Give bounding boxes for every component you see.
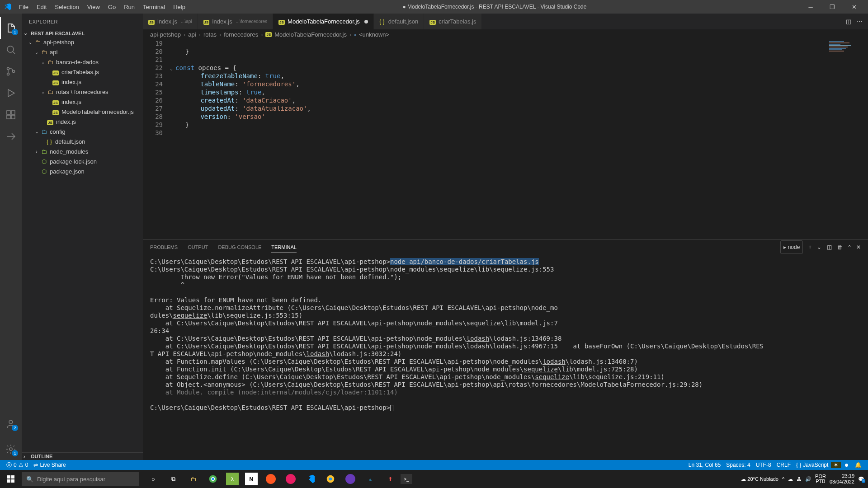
file-explorer-icon[interactable]: 🗀 bbox=[184, 470, 203, 488]
terminal-selector[interactable]: ▸node bbox=[780, 240, 803, 254]
status-spaces[interactable]: Spaces: 4 bbox=[723, 462, 753, 468]
liveshare-icon[interactable] bbox=[0, 126, 22, 147]
status-errors[interactable]: ⓧ0⚠0 bbox=[4, 461, 31, 469]
maximize-panel-icon[interactable]: ^ bbox=[848, 241, 851, 253]
app-icon-4[interactable] bbox=[341, 470, 360, 488]
menu-run[interactable]: Run bbox=[120, 2, 138, 12]
tab-criartabelas[interactable]: JScriarTabelas.js bbox=[424, 14, 482, 29]
task-view-icon[interactable]: ⧉ bbox=[164, 470, 183, 488]
app-icon-2[interactable] bbox=[261, 470, 280, 488]
status-bell-icon[interactable]: 🔔 bbox=[852, 462, 864, 468]
file-index-fornecedores[interactable]: JSindex.js bbox=[22, 97, 143, 107]
status-eol[interactable]: CRLF bbox=[774, 462, 793, 468]
split-editor-icon[interactable]: ◫ bbox=[846, 18, 851, 25]
menu-terminal[interactable]: Terminal bbox=[139, 2, 169, 12]
start-button[interactable] bbox=[0, 470, 22, 488]
cortana-icon[interactable]: ○ bbox=[144, 470, 163, 488]
close-button[interactable]: ✕ bbox=[844, 0, 864, 14]
file-package-lock[interactable]: ⬡package-lock.json bbox=[22, 156, 143, 166]
app-icon-5[interactable]: ⟁ bbox=[361, 470, 380, 488]
minimap[interactable] bbox=[827, 39, 868, 239]
taskbar-search[interactable]: 🔍Digite aqui para pesquisar bbox=[22, 472, 139, 486]
source-control-icon[interactable] bbox=[0, 61, 22, 82]
account-icon[interactable]: 2 bbox=[0, 413, 22, 435]
explorer-icon[interactable]: 1 bbox=[0, 17, 22, 39]
status-language[interactable]: { }JavaScript bbox=[793, 462, 831, 468]
folder-config[interactable]: ⌄🗀config bbox=[22, 127, 143, 136]
app-icon-6[interactable]: ⬆ bbox=[381, 470, 400, 488]
folder-api-petshop[interactable]: ⌄🗀api-petshop bbox=[22, 37, 143, 47]
code-editor[interactable]: 192021 222324 252627 282930 } ⌄const opc… bbox=[143, 39, 868, 239]
system-tray: ☁ 20°C Nublado ^ ☁ 🖧 🔊 PORPTB 23:1903/04… bbox=[741, 473, 868, 485]
outline-header[interactable]: ›OUTLINE bbox=[22, 452, 143, 460]
file-package-json[interactable]: ⬡package.json bbox=[22, 166, 143, 176]
network-icon[interactable]: 🖧 bbox=[797, 476, 802, 482]
terminal-dropdown-icon[interactable]: ⌄ bbox=[817, 241, 821, 253]
kill-terminal-icon[interactable]: 🗑 bbox=[837, 241, 843, 253]
menu-edit[interactable]: Edit bbox=[33, 2, 50, 12]
language-indicator[interactable]: PORPTB bbox=[815, 474, 826, 484]
folder-rotas-fornecedores[interactable]: ⌄🗀rotas \ fornecedores bbox=[22, 87, 143, 97]
chrome-2-icon[interactable] bbox=[321, 470, 340, 488]
bottom-panel: PROBLEMS OUTPUT DEBUG CONSOLE TERMINAL ▸… bbox=[143, 239, 868, 460]
onedrive-icon[interactable]: ☁ bbox=[788, 476, 793, 482]
notifications-icon[interactable]: 💬3 bbox=[858, 476, 864, 482]
minimize-button[interactable]: ─ bbox=[800, 0, 821, 14]
status-prettier-icon[interactable]: ✶ bbox=[831, 462, 841, 468]
terminal-content[interactable]: C:\Users\Caique\Desktop\Estudos\REST API… bbox=[143, 254, 868, 460]
settings-gear-icon[interactable]: 1 bbox=[0, 438, 22, 460]
run-debug-icon[interactable] bbox=[0, 82, 22, 104]
tab-actions: ◫ ⋯ bbox=[840, 14, 868, 29]
sidebar-more-icon[interactable]: ⋯ bbox=[131, 19, 136, 24]
chrome-icon[interactable] bbox=[203, 470, 222, 488]
status-liveshare[interactable]: ⇌Live Share bbox=[31, 462, 68, 468]
breadcrumb[interactable]: api-petshop› api› rotas› fornecedores› J… bbox=[143, 29, 868, 39]
folder-api[interactable]: ⌄🗀api bbox=[22, 47, 143, 57]
window-controls: ─ ❐ ✕ bbox=[800, 0, 864, 14]
tab-default-json[interactable]: { }default.json bbox=[374, 14, 425, 29]
project-header[interactable]: ⌄REST API ESCALAVEL bbox=[22, 29, 143, 37]
folder-node-modules[interactable]: ›🗀node_modules bbox=[22, 146, 143, 156]
panel-tab-output[interactable]: OUTPUT bbox=[188, 242, 208, 253]
panel-tab-debug-console[interactable]: DEBUG CONSOLE bbox=[218, 242, 261, 253]
status-line-col[interactable]: Ln 31, Col 65 bbox=[686, 462, 723, 468]
maximize-button[interactable]: ❐ bbox=[822, 0, 843, 14]
tab-index-api[interactable]: JSindex.js...\api bbox=[143, 14, 198, 29]
clock[interactable]: 23:1903/04/2022 bbox=[830, 473, 854, 485]
app-icon-1[interactable]: λ bbox=[226, 473, 239, 485]
menu-view[interactable]: View bbox=[84, 2, 104, 12]
file-default-json[interactable]: { }default.json bbox=[22, 136, 143, 146]
folder-banco-de-dados[interactable]: ⌄🗀banco-de-dados bbox=[22, 57, 143, 67]
vscode-taskbar-icon[interactable] bbox=[301, 470, 320, 488]
menu-file[interactable]: File bbox=[15, 2, 32, 12]
tray-chevron-icon[interactable]: ^ bbox=[782, 476, 784, 482]
taskbar-icons: ○ ⧉ 🗀 λ N ⟁ ⬆ >_ bbox=[144, 470, 412, 488]
volume-icon[interactable]: 🔊 bbox=[805, 476, 811, 482]
status-feedback-icon[interactable]: ☻ bbox=[841, 462, 852, 468]
close-panel-icon[interactable]: ✕ bbox=[856, 241, 861, 253]
menu-go[interactable]: Go bbox=[104, 2, 119, 12]
extensions-icon[interactable] bbox=[0, 104, 22, 126]
code-content[interactable]: } ⌄const opcoes = { freezeTableName: tru… bbox=[170, 39, 868, 239]
status-encoding[interactable]: UTF-8 bbox=[753, 462, 774, 468]
menu-selection[interactable]: Selection bbox=[51, 2, 82, 12]
account-badge: 2 bbox=[12, 425, 18, 431]
file-modelo-tabela-fornecedor[interactable]: JSModeloTabelaFornecedor.js bbox=[22, 107, 143, 117]
app-icon-3[interactable] bbox=[281, 470, 300, 488]
panel-tab-problems[interactable]: PROBLEMS bbox=[150, 242, 178, 253]
panel-tab-terminal[interactable]: TERMINAL bbox=[271, 242, 297, 253]
new-terminal-icon[interactable]: + bbox=[808, 241, 811, 253]
notion-icon[interactable]: N bbox=[245, 473, 258, 485]
menu-help[interactable]: Help bbox=[170, 2, 189, 12]
file-criartabelas[interactable]: JScriarTabelas.js bbox=[22, 67, 143, 77]
tab-index-fornecedores[interactable]: JSindex.js...\fornecedores bbox=[198, 14, 274, 29]
file-index-banco[interactable]: JSindex.js bbox=[22, 77, 143, 87]
search-icon[interactable] bbox=[0, 39, 22, 61]
weather-widget[interactable]: ☁ 20°C Nublado bbox=[741, 476, 778, 482]
tab-modelo-tabela-fornecedor[interactable]: JSModeloTabelaFornecedor.js bbox=[273, 14, 374, 29]
activity-bar: 1 2 1 bbox=[0, 14, 22, 460]
more-actions-icon[interactable]: ⋯ bbox=[857, 18, 863, 25]
file-index-api[interactable]: JSindex.js bbox=[22, 117, 143, 127]
terminal-taskbar-icon[interactable]: >_ bbox=[401, 474, 412, 484]
split-terminal-icon[interactable]: ◫ bbox=[827, 241, 832, 253]
